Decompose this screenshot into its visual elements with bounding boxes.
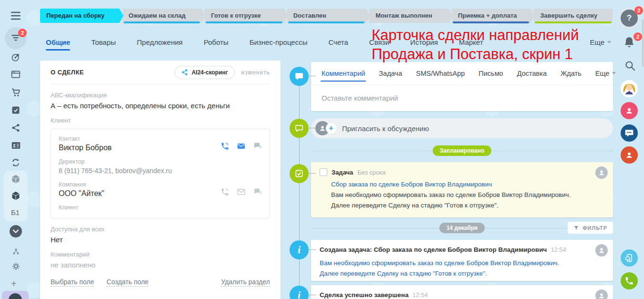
timeline-entry-deal-completed: Сделка успешно завершена 12:54: [311, 285, 613, 299]
timeline-tab-dostavka[interactable]: Доставка: [517, 62, 547, 84]
telephony-phone-icon[interactable]: [621, 272, 638, 289]
abc-qualification-value[interactable]: А – есть потребность, определены сроки, …: [51, 102, 270, 110]
stage-label: Завершить сделку: [540, 12, 597, 19]
timeline-tab-pismo[interactable]: Письмо: [478, 62, 503, 84]
timeline-tab-zhdat[interactable]: Ждать: [561, 62, 582, 84]
sites-window-icon[interactable]: [11, 70, 21, 79]
entry-title: Создана задача: Сбор заказа по сделке Бо…: [320, 246, 547, 253]
filter-label: ФИЛЬТР: [582, 225, 607, 231]
bitrix24-deal-page: Передан на сборку Ожидаем на склад Готов…: [0, 0, 644, 299]
timeline-tab-more-label: Еще: [595, 70, 610, 77]
select-field-link[interactable]: Выбрать поле: [51, 278, 94, 287]
tab-predlozheniya[interactable]: Предложения: [137, 38, 183, 46]
tab-biznes-processy[interactable]: Бизнес-процессы: [249, 38, 308, 46]
entry-title: Сделка успешно завершена: [320, 291, 409, 299]
edit-button[interactable]: изменить: [241, 69, 270, 76]
task-title-link[interactable]: Сбор заказа по сделке Бобров Виктор Влад…: [331, 181, 604, 188]
access-value[interactable]: Нет: [51, 236, 270, 244]
delete-section-link[interactable]: Удалить раздел: [221, 278, 270, 287]
stage-underline: [206, 21, 282, 23]
contact-quick-icon[interactable]: [621, 102, 638, 119]
tab-more-label: Еще: [590, 38, 604, 46]
cube-icon[interactable]: [11, 174, 21, 185]
ai-scoring-button[interactable]: AI24-скоринг: [175, 66, 235, 79]
shop-cart-icon[interactable]: [11, 88, 21, 97]
stage-priemka-doplata[interactable]: Приемка + доплата: [452, 9, 531, 23]
avatar[interactable]: [595, 289, 608, 299]
contact-details[interactable]: 8 (911) 765-43-21, bobrov@yandex.ru: [59, 167, 262, 175]
filter-button[interactable]: ФИЛЬТР: [568, 222, 613, 234]
workspace-b1-button[interactable]: Б1: [0, 208, 31, 217]
client-card: Контакт Виктор Бобров: [51, 129, 270, 218]
stage-dostavlen[interactable]: Doставлен: [287, 9, 366, 23]
comment-input[interactable]: Оставьте комментарий: [311, 85, 613, 111]
timeline-tab-sms-whatsapp[interactable]: SMS/WhatsApp: [416, 62, 465, 84]
crm-target-icon[interactable]: [11, 52, 21, 62]
tasks-check-icon[interactable]: [11, 105, 21, 115]
client-section-label: Клиент: [51, 117, 270, 124]
notifications-bell-icon[interactable]: [623, 36, 635, 49]
stage-peredan-na-sborku[interactable]: Передан на сборку: [40, 9, 119, 23]
mobile-cloud-icon[interactable]: [621, 249, 638, 267]
timeline-tab-more[interactable]: Еще: [595, 62, 616, 84]
call-company-icon[interactable]: [220, 187, 229, 196]
stage-gotov-k-otgruzke[interactable]: Готов к отгрузке: [205, 9, 284, 23]
group-chat-icon[interactable]: [621, 124, 638, 142]
contact-name[interactable]: Виктор Бобров: [59, 144, 112, 152]
entry-time: 12:54: [551, 246, 566, 253]
chevron-down-icon: [13, 229, 19, 233]
automation-nodes-icon[interactable]: [12, 248, 20, 255]
share-nodes-icon[interactable]: [11, 123, 21, 133]
avatar[interactable]: [595, 244, 608, 257]
section-title: О СДЕЛКЕ: [51, 69, 84, 76]
entry-body-link[interactable]: Вам необходимо сформировать заказ по сде…: [320, 258, 580, 278]
create-field-link[interactable]: Создать поле: [106, 278, 148, 287]
task-checkbox[interactable]: [320, 168, 327, 176]
expand-menu-button[interactable]: [10, 225, 22, 237]
comment-value[interactable]: не заполнено: [51, 261, 270, 269]
sync-icon[interactable]: [11, 158, 21, 167]
info-timeline-icon: i: [290, 286, 309, 299]
tab-tovary[interactable]: Товары: [91, 38, 116, 46]
left-sidebar: 2: [0, 0, 31, 299]
tab-more[interactable]: Еще: [590, 38, 611, 46]
search-icon[interactable]: [624, 60, 636, 72]
task-type-label: Задача: [332, 169, 353, 176]
id-card-icon[interactable]: [11, 141, 21, 150]
stage-ozhidaem-na-sklad[interactable]: Ожидаем на склад: [123, 9, 202, 23]
invite-avatar-icon: +: [315, 121, 336, 135]
task-timeline-icon: [290, 164, 309, 183]
comment-timeline-icon: [290, 67, 309, 86]
chat-company-icon[interactable]: [253, 187, 262, 196]
contact-quick-icon[interactable]: [621, 146, 638, 164]
email-contact-icon[interactable]: [237, 142, 246, 151]
task-body-line: Вам необходимо сформировать заказ по сде…: [331, 190, 604, 200]
filter-icon: [573, 225, 579, 231]
email-company-icon[interactable]: [237, 187, 246, 196]
tab-roboty[interactable]: Роботы: [204, 38, 229, 46]
company-name[interactable]: ООО "Айтек": [59, 189, 104, 198]
planned-badge: Запланировано: [433, 145, 492, 156]
invite-to-discussion-button[interactable]: + Пригласить к обсуждению: [311, 118, 613, 138]
add-button[interactable]: +: [11, 278, 17, 289]
stage-label: Монтаж выполнен: [375, 12, 432, 19]
menu-icon[interactable]: [11, 11, 21, 20]
task-deadline: Без срока: [357, 169, 385, 176]
contact-position-label: Директор: [59, 158, 262, 165]
cube-icon[interactable]: [11, 191, 21, 201]
timeline-tab-zadacha[interactable]: Задача: [379, 62, 402, 84]
settings-gear-icon[interactable]: [12, 262, 20, 270]
chat-contact-icon[interactable]: [253, 142, 262, 151]
avatar[interactable]: [595, 166, 608, 179]
tab-scheta[interactable]: Счета: [328, 38, 348, 46]
stage-montazh-vypolnen[interactable]: Монтаж выполнен: [369, 9, 448, 23]
annotation-line-1: Карточка сделки направлений: [372, 27, 579, 44]
timeline-tab-kommentariy[interactable]: Комментарий: [322, 62, 365, 84]
access-label: Доступна для всех: [51, 226, 270, 233]
stage-zavershit-sdelku[interactable]: Завершить сделку: [534, 9, 613, 23]
planned-divider: Запланировано: [311, 145, 613, 156]
call-contact-icon[interactable]: [220, 142, 229, 151]
scrollbar[interactable]: [642, 19, 644, 67]
user-avatar[interactable]: [621, 80, 638, 97]
tab-obshchie[interactable]: Общие: [46, 38, 70, 46]
